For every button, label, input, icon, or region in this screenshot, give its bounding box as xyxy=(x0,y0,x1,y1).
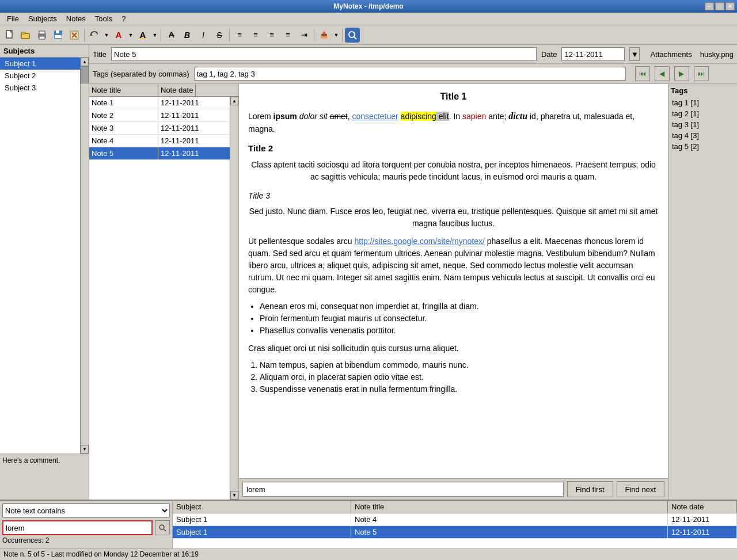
close-note-button[interactable] xyxy=(67,28,82,43)
editor-para2: Class aptent taciti sociosqu ad litora t… xyxy=(248,159,659,183)
align-right-button[interactable]: ≡ xyxy=(264,28,279,43)
notes-area: Note title Note date Note 1 12-11-2011 N… xyxy=(89,84,737,500)
minimize-button[interactable]: − xyxy=(705,2,714,10)
notes-scroll-down[interactable]: ▼ xyxy=(230,491,238,500)
results-row-1[interactable]: Subject 1 Note 4 12-11-2011 xyxy=(173,513,737,526)
date-label: Date xyxy=(541,50,557,59)
menu-help[interactable]: ? xyxy=(117,13,130,24)
notes-scroll-up[interactable]: ▲ xyxy=(230,97,238,105)
find-first-button[interactable]: Find first xyxy=(567,481,613,497)
save-button[interactable] xyxy=(51,28,66,43)
results-cell-subject-2: Subject 1 xyxy=(173,526,351,538)
note-title-1: Note 1 xyxy=(89,97,158,109)
date-dropdown-button[interactable]: ▼ xyxy=(629,47,640,61)
bullet-list-button[interactable]: ≡ xyxy=(232,28,247,43)
editor-title1: Title 1 xyxy=(248,90,659,104)
search-input-row xyxy=(2,520,170,535)
editor-red: sapien xyxy=(462,112,486,121)
print-button[interactable] xyxy=(35,28,50,43)
comment-area: Here's a comment. xyxy=(0,454,89,500)
align-justify-button[interactable]: ≡ xyxy=(280,28,295,43)
svg-point-16 xyxy=(159,525,164,529)
editor-bullet-1: Aenean eros mi, consequat non imperdiet … xyxy=(260,300,659,313)
search-go-button[interactable] xyxy=(155,520,170,535)
strikethrough-button[interactable]: S xyxy=(212,28,227,43)
title-row: Title Date ▼ Attachments husky.png xyxy=(89,45,737,64)
editor-content[interactable]: Title 1 Lorem ipsum dolor sit amet, cons… xyxy=(239,84,668,478)
editor-link-url[interactable]: http://sites.google.com/site/mynotex/ xyxy=(354,237,484,246)
nav-first-button[interactable]: ⏮ xyxy=(635,66,650,81)
search-type-select[interactable]: Note text contains Note title contains T… xyxy=(2,503,170,518)
indent-button[interactable]: ⇥ xyxy=(297,28,311,43)
notes-list: Note 1 12-11-2011 Note 2 12-11-2011 Note… xyxy=(89,97,230,500)
align-center-button[interactable]: ≡ xyxy=(248,28,263,43)
tag-right-1[interactable]: tag 1 [1] xyxy=(671,97,735,108)
text-color-dropdown[interactable]: ▼ xyxy=(127,28,134,43)
notes-list-scrollbar[interactable]: ▲ ▼ xyxy=(230,97,238,500)
search-toggle-button[interactable] xyxy=(345,28,360,43)
subjects-header: Subjects xyxy=(0,45,89,58)
title-input[interactable] xyxy=(111,47,537,61)
tag-right-4[interactable]: tag 4 [3] xyxy=(671,130,735,141)
subjects-scroll-up[interactable]: ▲ xyxy=(81,58,89,66)
subjects-scroll-thumb[interactable] xyxy=(81,66,89,83)
tag-right-2[interactable]: tag 2 [1] xyxy=(671,108,735,119)
results-header: Subject Note title Note date xyxy=(173,501,737,513)
search-text-input[interactable] xyxy=(2,520,153,535)
menu-tools[interactable]: Tools xyxy=(90,13,117,24)
undo-dropdown-button[interactable]: ▼ xyxy=(103,28,110,43)
left-panel: Subjects Subject 1 Subject 2 Subject 3 ▲… xyxy=(0,45,89,500)
editor-gray-bg: elit xyxy=(436,112,449,121)
note-row-3[interactable]: Note 3 12-11-2011 xyxy=(89,122,230,135)
svg-line-15 xyxy=(354,37,356,39)
note-date-1: 12-11-2011 xyxy=(158,97,202,109)
tags-row: Tags (separated by commas) ⏮ ◀ ▶ ⏭ xyxy=(89,64,737,84)
close-button[interactable]: ✕ xyxy=(725,2,735,10)
results-row-2[interactable]: Subject 1 Note 5 12-11-2011 xyxy=(173,526,737,539)
subject-item-2[interactable]: Subject 2 xyxy=(0,70,80,82)
subjects-list: Subject 1 Subject 2 Subject 3 xyxy=(0,58,80,454)
tag-right-3[interactable]: tag 3 [1] xyxy=(671,119,735,130)
clear-format-button[interactable]: A̶ xyxy=(164,28,178,43)
open-button[interactable] xyxy=(18,28,33,43)
text-bg-color-dropdown[interactable]: ▼ xyxy=(151,28,158,43)
editor-title3: Title 3 xyxy=(248,190,659,202)
menu-subjects[interactable]: Subjects xyxy=(24,13,62,24)
tags-input[interactable] xyxy=(194,67,626,81)
nav-last-button[interactable]: ⏭ xyxy=(694,66,709,81)
note-row-4[interactable]: Note 4 12-11-2011 xyxy=(89,135,230,147)
note-date-5: 12-11-2011 xyxy=(158,147,202,159)
subjects-scroll-down[interactable]: ▼ xyxy=(81,445,89,454)
subject-item-1[interactable]: Subject 1 xyxy=(0,58,80,70)
find-input[interactable] xyxy=(242,482,564,497)
maximize-button[interactable]: □ xyxy=(715,2,724,10)
menu-file[interactable]: File xyxy=(2,13,24,24)
svg-rect-5 xyxy=(39,31,45,34)
occurrences-label: Occurrences: 2 xyxy=(2,535,170,546)
text-color-button[interactable]: A xyxy=(111,28,126,43)
notes-list-scroll-area: Note 1 12-11-2011 Note 2 12-11-2011 Note… xyxy=(89,97,238,500)
tag-right-5[interactable]: tag 5 [2] xyxy=(671,141,735,152)
toolbar-sep-3 xyxy=(229,29,230,41)
find-next-button[interactable]: Find next xyxy=(617,481,664,497)
export-button[interactable]: 📤 xyxy=(317,28,332,43)
subjects-scrollbar[interactable]: ▲ ▼ xyxy=(80,58,89,454)
editor-link-consectetuer[interactable]: consectetuer xyxy=(352,112,398,121)
menu-notes[interactable]: Notes xyxy=(62,13,90,24)
note-row-5[interactable]: Note 5 12-11-2011 xyxy=(89,147,230,160)
nav-next-button[interactable]: ▶ xyxy=(674,66,689,81)
new-button[interactable] xyxy=(2,28,17,43)
text-bg-color-button[interactable]: A xyxy=(135,28,150,43)
results-col-notetitle-header: Note title xyxy=(351,501,668,513)
date-input[interactable] xyxy=(561,47,625,61)
editor-bullets: Aenean eros mi, consequat non imperdiet … xyxy=(260,300,659,337)
subject-item-3[interactable]: Subject 3 xyxy=(0,82,80,94)
undo-button[interactable] xyxy=(87,28,102,43)
bold-button[interactable]: B xyxy=(180,28,195,43)
italic-button[interactable]: I xyxy=(196,28,211,43)
export-dropdown[interactable]: ▼ xyxy=(333,28,340,43)
note-row-1[interactable]: Note 1 12-11-2011 xyxy=(89,97,230,109)
nav-prev-button[interactable]: ◀ xyxy=(655,66,670,81)
editor-panel: Title 1 Lorem ipsum dolor sit amet, cons… xyxy=(239,84,668,500)
note-row-2[interactable]: Note 2 12-11-2011 xyxy=(89,109,230,122)
